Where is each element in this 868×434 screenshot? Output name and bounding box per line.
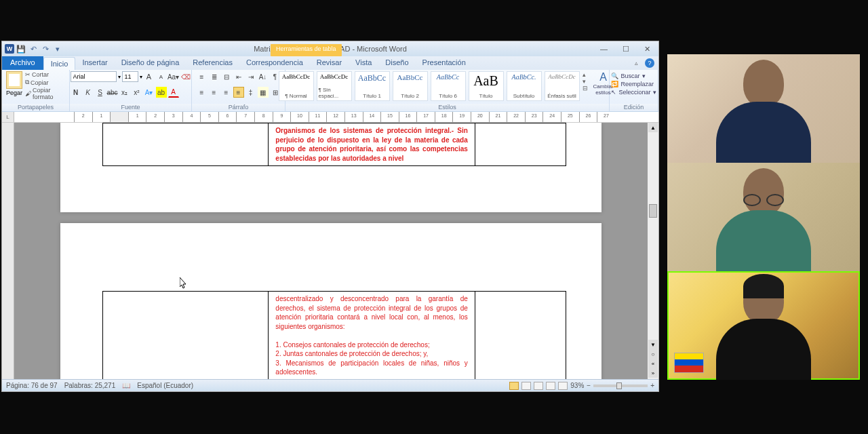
scroll-down-icon[interactable]: ▼ (648, 340, 658, 349)
text-effects-icon[interactable]: A▾ (144, 87, 155, 98)
mouse-cursor-icon (180, 277, 188, 290)
ruler[interactable]: L 21123456789101112131415161718192021222… (2, 112, 658, 123)
vertical-ruler[interactable] (2, 123, 14, 379)
tab-file[interactable]: Archivo (2, 56, 43, 70)
style-heading1[interactable]: AaBbCcTítulo 1 (355, 71, 390, 101)
maximize-button[interactable]: ☐ (623, 45, 629, 54)
style-no-spacing[interactable]: AaBbCcDc¶ Sin espaci... (317, 71, 352, 101)
copy-button[interactable]: ⧉Copiar (25, 79, 65, 86)
decrease-indent-icon[interactable]: ⇤ (233, 71, 244, 82)
participant-tile-3-active[interactable] (667, 271, 860, 380)
font-name-combo[interactable] (71, 71, 117, 82)
tab-home[interactable]: Inicio (43, 57, 76, 70)
font-size-combo[interactable] (122, 71, 138, 82)
cut-button[interactable]: ✂Cortar (25, 71, 65, 78)
multilevel-icon[interactable]: ⊟ (221, 71, 232, 82)
superscript-button[interactable]: x² (132, 87, 142, 98)
change-case-icon[interactable]: Aa▾ (168, 71, 179, 82)
subscript-button[interactable]: x₂ (119, 87, 130, 98)
select-button[interactable]: ↖Seleccionar ▾ (611, 89, 656, 96)
shading-icon[interactable]: ▦ (258, 87, 269, 98)
style-title[interactable]: AaBTítulo (469, 71, 504, 101)
scrollbar-thumb[interactable] (649, 204, 657, 218)
clear-format-icon[interactable]: ⌫ (180, 71, 191, 82)
underline-button[interactable]: S (95, 87, 106, 98)
group-clipboard: Pegar ✂Cortar ⧉Copiar 🖌Copiar formato Po… (2, 70, 70, 111)
tab-page-layout[interactable]: Diseño de página (115, 56, 186, 70)
style-heading6[interactable]: AaBbCcTítulo 6 (431, 71, 466, 101)
styles-more-icon[interactable]: ▾ (583, 78, 588, 85)
paste-button[interactable]: Pegar (6, 71, 22, 96)
italic-button[interactable]: K (83, 87, 94, 98)
find-button[interactable]: 🔍Buscar ▾ (611, 73, 645, 79)
zoom-out-button[interactable]: − (587, 382, 591, 389)
status-proofing-icon[interactable]: 📖 (122, 382, 130, 389)
style-subtle-emphasis[interactable]: AaBbCcDcÉnfasis sutil (545, 71, 580, 101)
prev-page-icon[interactable]: « (648, 359, 658, 368)
ribbon-tabs: Herramientas de tabla Archivo Inicio Ins… (2, 56, 658, 70)
align-left-icon[interactable]: ≡ (197, 87, 208, 98)
minimize-ribbon-icon[interactable]: ▵ (631, 58, 641, 68)
justify-icon[interactable]: ≡ (233, 87, 244, 98)
status-language[interactable]: Español (Ecuador) (137, 382, 193, 389)
tab-review[interactable]: Revisar (310, 56, 349, 70)
zoom-in-button[interactable]: + (650, 382, 654, 389)
align-center-icon[interactable]: ≡ (209, 87, 220, 98)
style-subtitle[interactable]: AaBbCc.Subtítulo (507, 71, 542, 101)
numbering-icon[interactable]: ≣ (209, 71, 220, 82)
view-print-layout-icon[interactable] (509, 382, 519, 390)
context-tab-table-tools[interactable]: Herramientas de tabla (271, 44, 342, 56)
sort-icon[interactable]: A↓ (258, 71, 269, 82)
group-font: ▾ ▾ A A Aa▾ ⌫ N K S abc x₂ x² A▾ ab (70, 70, 192, 111)
increase-indent-icon[interactable]: ⇥ (245, 71, 256, 82)
redo-icon[interactable]: ↷ (40, 43, 51, 54)
strikethrough-button[interactable]: abc (107, 87, 118, 98)
line-spacing-icon[interactable]: ‡ (245, 87, 256, 98)
status-zoom[interactable]: 93% (570, 382, 584, 389)
grow-font-icon[interactable]: A (144, 71, 155, 82)
view-outline-icon[interactable] (546, 382, 555, 390)
view-fullscreen-icon[interactable] (521, 382, 531, 390)
shrink-font-icon[interactable]: A (156, 71, 167, 82)
status-page[interactable]: Página: 76 de 97 (6, 382, 58, 389)
styles-more-icon[interactable]: ▴ (583, 71, 588, 78)
document-area[interactable]: ▲ ▼ ○ « » Organismos de los sistemas de … (2, 123, 658, 379)
scroll-up-icon[interactable]: ▲ (648, 123, 658, 132)
close-button[interactable]: ✕ (644, 45, 650, 54)
replace-icon: 🔁 (611, 81, 618, 87)
zoom-slider[interactable] (593, 384, 648, 387)
browse-object-icon[interactable]: ○ (648, 349, 658, 359)
format-painter-button[interactable]: 🖌Copiar formato (25, 87, 65, 100)
view-draft-icon[interactable] (558, 382, 568, 390)
help-icon[interactable]: ? (645, 58, 654, 68)
tab-selector-icon[interactable]: L (2, 112, 14, 122)
styles-expand-icon[interactable]: ⊟ (583, 85, 588, 92)
replace-button[interactable]: 🔁Reemplazar (611, 81, 654, 87)
save-icon[interactable]: 💾 (16, 43, 26, 54)
tab-view[interactable]: Vista (349, 56, 378, 70)
bold-button[interactable]: N (71, 87, 81, 98)
status-bar: Página: 76 de 97 Palabras: 25,271 📖 Espa… (2, 379, 658, 391)
status-words[interactable]: Palabras: 25,271 (64, 382, 116, 389)
tab-mailings[interactable]: Correspondencia (239, 56, 310, 70)
vertical-scrollbar[interactable]: ▲ ▼ ○ « » (648, 123, 658, 379)
align-right-icon[interactable]: ≡ (221, 87, 232, 98)
next-page-icon[interactable]: » (648, 368, 658, 378)
tab-references[interactable]: Referencias (186, 56, 239, 70)
view-web-icon[interactable] (534, 382, 543, 390)
bullets-icon[interactable]: ≡ (197, 71, 208, 82)
tab-design[interactable]: Diseño (378, 56, 415, 70)
participant-tile-2[interactable] (667, 163, 860, 271)
horizontal-ruler[interactable]: 2112345678910111213141516171819202122232… (14, 112, 658, 122)
tab-presentation[interactable]: Presentación (416, 56, 473, 70)
minimize-button[interactable]: ― (600, 45, 608, 54)
participant-tile-1[interactable] (667, 54, 860, 163)
undo-icon[interactable]: ↶ (28, 43, 39, 54)
highlight-icon[interactable]: ab (156, 87, 167, 98)
tab-insert[interactable]: Insertar (75, 56, 114, 70)
style-heading2[interactable]: AaBbCcTítulo 2 (393, 71, 428, 101)
qat-dropdown-icon[interactable]: ▾ (52, 43, 63, 54)
group-label-paragraph: Párrafo (192, 104, 285, 111)
style-normal[interactable]: AaBbCcDc¶ Normal (279, 71, 314, 101)
font-color-icon[interactable]: A (168, 87, 179, 98)
